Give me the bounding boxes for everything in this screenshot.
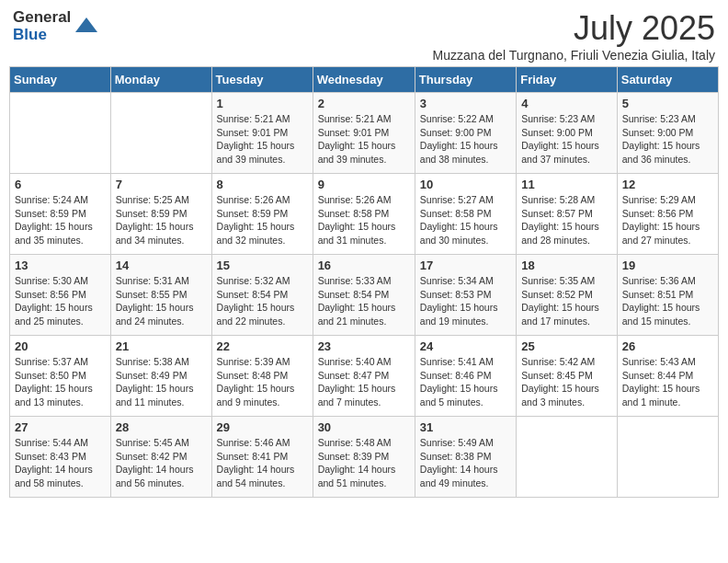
logo-icon (74, 14, 99, 40)
day-info: Sunrise: 5:26 AM Sunset: 8:59 PM Dayligh… (217, 193, 308, 247)
day-info: Sunrise: 5:35 AM Sunset: 8:52 PM Dayligh… (521, 274, 612, 328)
day-number: 18 (521, 259, 612, 272)
day-number: 7 (116, 178, 207, 191)
day-info: Sunrise: 5:41 AM Sunset: 8:46 PM Dayligh… (420, 355, 511, 409)
calendar-day-cell: 12Sunrise: 5:29 AM Sunset: 8:56 PM Dayli… (617, 174, 718, 255)
calendar-day-cell: 30Sunrise: 5:48 AM Sunset: 8:39 PM Dayli… (313, 417, 415, 498)
day-info: Sunrise: 5:21 AM Sunset: 9:01 PM Dayligh… (217, 112, 308, 167)
day-info: Sunrise: 5:43 AM Sunset: 8:44 PM Dayligh… (622, 355, 713, 409)
calendar-week-row: 1Sunrise: 5:21 AM Sunset: 9:01 PM Daylig… (10, 93, 719, 174)
day-number: 24 (420, 339, 511, 353)
day-info: Sunrise: 5:31 AM Sunset: 8:55 PM Dayligh… (116, 274, 207, 328)
day-number: 3 (420, 97, 511, 110)
day-number: 30 (318, 420, 410, 434)
calendar-week-row: 27Sunrise: 5:44 AM Sunset: 8:43 PM Dayli… (10, 417, 719, 498)
day-number: 13 (15, 259, 106, 272)
day-info: Sunrise: 5:37 AM Sunset: 8:50 PM Dayligh… (15, 355, 106, 409)
calendar-day-cell: 25Sunrise: 5:42 AM Sunset: 8:45 PM Dayli… (517, 336, 618, 417)
day-info: Sunrise: 5:30 AM Sunset: 8:56 PM Dayligh… (15, 274, 106, 328)
day-number: 8 (217, 178, 308, 191)
day-number: 31 (420, 420, 511, 434)
calendar-day-cell: 21Sunrise: 5:38 AM Sunset: 8:49 PM Dayli… (110, 336, 211, 417)
calendar-day-cell: 9Sunrise: 5:26 AM Sunset: 8:58 PM Daylig… (313, 174, 415, 255)
day-info: Sunrise: 5:32 AM Sunset: 8:54 PM Dayligh… (217, 274, 308, 328)
day-info: Sunrise: 5:27 AM Sunset: 8:58 PM Dayligh… (420, 193, 511, 247)
day-number: 6 (15, 178, 106, 191)
day-number: 19 (622, 259, 713, 272)
day-number: 14 (116, 259, 207, 272)
day-info: Sunrise: 5:36 AM Sunset: 8:51 PM Dayligh… (622, 274, 713, 328)
calendar-day-cell: 13Sunrise: 5:30 AM Sunset: 8:56 PM Dayli… (10, 255, 111, 336)
day-header-sunday: Sunday (10, 67, 111, 93)
day-number: 12 (622, 178, 713, 191)
day-number: 29 (217, 420, 308, 434)
day-number: 2 (318, 97, 410, 110)
calendar-day-cell (517, 417, 618, 498)
day-number: 23 (318, 339, 410, 353)
day-number: 21 (116, 339, 207, 353)
day-info: Sunrise: 5:29 AM Sunset: 8:56 PM Dayligh… (622, 193, 713, 247)
calendar-day-cell: 6Sunrise: 5:24 AM Sunset: 8:59 PM Daylig… (10, 174, 111, 255)
day-info: Sunrise: 5:46 AM Sunset: 8:41 PM Dayligh… (217, 436, 308, 490)
day-number: 16 (318, 259, 410, 272)
page-header: General Blue July 2025 Muzzana del Turgn… (9, 9, 719, 63)
calendar-day-cell: 22Sunrise: 5:39 AM Sunset: 8:48 PM Dayli… (211, 336, 313, 417)
day-header-saturday: Saturday (617, 67, 718, 93)
calendar-day-cell: 5Sunrise: 5:23 AM Sunset: 9:00 PM Daylig… (617, 93, 718, 174)
day-info: Sunrise: 5:45 AM Sunset: 8:42 PM Dayligh… (116, 436, 207, 490)
calendar-day-cell (617, 417, 718, 498)
day-number: 4 (521, 97, 612, 110)
day-number: 11 (521, 178, 612, 191)
calendar-day-cell: 26Sunrise: 5:43 AM Sunset: 8:44 PM Dayli… (617, 336, 718, 417)
day-header-wednesday: Wednesday (313, 67, 415, 93)
day-info: Sunrise: 5:44 AM Sunset: 8:43 PM Dayligh… (15, 436, 106, 490)
logo-blue-text: Blue (13, 27, 71, 44)
day-number: 22 (217, 339, 308, 353)
day-info: Sunrise: 5:22 AM Sunset: 9:00 PM Dayligh… (420, 112, 511, 167)
calendar-day-cell (110, 93, 211, 174)
day-number: 9 (318, 178, 410, 191)
calendar-day-cell: 18Sunrise: 5:35 AM Sunset: 8:52 PM Dayli… (517, 255, 618, 336)
day-info: Sunrise: 5:25 AM Sunset: 8:59 PM Dayligh… (116, 193, 207, 247)
calendar-day-cell: 29Sunrise: 5:46 AM Sunset: 8:41 PM Dayli… (211, 417, 313, 498)
day-number: 15 (217, 259, 308, 272)
calendar-header-row: SundayMondayTuesdayWednesdayThursdayFrid… (10, 67, 719, 93)
day-info: Sunrise: 5:23 AM Sunset: 9:00 PM Dayligh… (622, 112, 713, 167)
calendar-day-cell: 10Sunrise: 5:27 AM Sunset: 8:58 PM Dayli… (415, 174, 516, 255)
calendar-day-cell: 2Sunrise: 5:21 AM Sunset: 9:01 PM Daylig… (313, 93, 415, 174)
day-number: 1 (217, 97, 308, 110)
calendar-day-cell (10, 93, 111, 174)
day-number: 27 (15, 420, 106, 434)
calendar-day-cell: 1Sunrise: 5:21 AM Sunset: 9:01 PM Daylig… (211, 93, 313, 174)
logo: General Blue (13, 9, 99, 43)
svg-marker-0 (75, 17, 97, 32)
calendar-day-cell: 24Sunrise: 5:41 AM Sunset: 8:46 PM Dayli… (415, 336, 516, 417)
day-header-friday: Friday (517, 67, 618, 93)
day-info: Sunrise: 5:40 AM Sunset: 8:47 PM Dayligh… (318, 355, 410, 409)
calendar-day-cell: 3Sunrise: 5:22 AM Sunset: 9:00 PM Daylig… (415, 93, 516, 174)
day-info: Sunrise: 5:39 AM Sunset: 8:48 PM Dayligh… (217, 355, 308, 409)
calendar-day-cell: 4Sunrise: 5:23 AM Sunset: 9:00 PM Daylig… (517, 93, 618, 174)
calendar-week-row: 20Sunrise: 5:37 AM Sunset: 8:50 PM Dayli… (10, 336, 719, 417)
day-header-thursday: Thursday (415, 67, 516, 93)
location-text: Muzzana del Turgnano, Friuli Venezia Giu… (433, 48, 715, 63)
day-header-tuesday: Tuesday (211, 67, 313, 93)
calendar-day-cell: 31Sunrise: 5:49 AM Sunset: 8:38 PM Dayli… (415, 417, 516, 498)
calendar-day-cell: 14Sunrise: 5:31 AM Sunset: 8:55 PM Dayli… (110, 255, 211, 336)
day-number: 25 (521, 339, 612, 353)
day-number: 28 (116, 420, 207, 434)
calendar-week-row: 6Sunrise: 5:24 AM Sunset: 8:59 PM Daylig… (10, 174, 719, 255)
calendar-day-cell: 27Sunrise: 5:44 AM Sunset: 8:43 PM Dayli… (10, 417, 111, 498)
logo-general-text: General (13, 9, 71, 27)
day-info: Sunrise: 5:42 AM Sunset: 8:45 PM Dayligh… (521, 355, 612, 409)
day-info: Sunrise: 5:33 AM Sunset: 8:54 PM Dayligh… (318, 274, 410, 328)
calendar-day-cell: 11Sunrise: 5:28 AM Sunset: 8:57 PM Dayli… (517, 174, 618, 255)
day-info: Sunrise: 5:48 AM Sunset: 8:39 PM Dayligh… (318, 436, 410, 490)
day-number: 17 (420, 259, 511, 272)
day-header-monday: Monday (110, 67, 211, 93)
day-info: Sunrise: 5:23 AM Sunset: 9:00 PM Dayligh… (521, 112, 612, 167)
calendar-day-cell: 20Sunrise: 5:37 AM Sunset: 8:50 PM Dayli… (10, 336, 111, 417)
calendar-day-cell: 17Sunrise: 5:34 AM Sunset: 8:53 PM Dayli… (415, 255, 516, 336)
day-number: 26 (622, 339, 713, 353)
calendar-day-cell: 19Sunrise: 5:36 AM Sunset: 8:51 PM Dayli… (617, 255, 718, 336)
